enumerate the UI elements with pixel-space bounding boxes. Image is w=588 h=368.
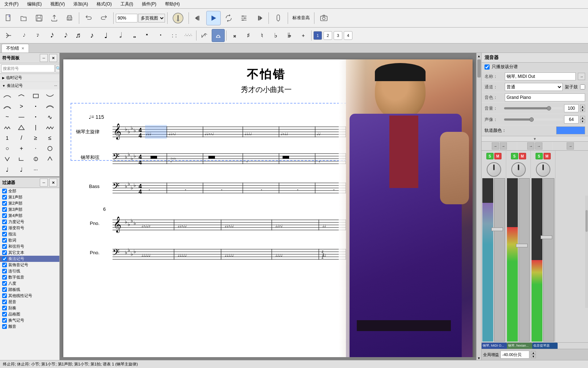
filter-hairpin[interactable]: 渐变符号 [0, 225, 59, 231]
filter-articulation[interactable]: 奏法记号 [0, 256, 59, 262]
redo-btn[interactable] [97, 11, 111, 25]
sym-quarter2[interactable]: ♩ [16, 164, 27, 175]
global-gain-input[interactable] [500, 351, 529, 359]
gain-down[interactable]: ▼ [531, 355, 536, 358]
64th-note-btn[interactable]: 𝅘𝅥𝅯 [44, 29, 57, 42]
page-num-4[interactable]: 4 [344, 31, 352, 40]
sym-stress-above[interactable] [30, 91, 42, 101]
page-num-1[interactable]: 1 [313, 31, 322, 40]
ch2-arrow-out[interactable]: → [535, 142, 542, 150]
articulation-btn[interactable] [212, 29, 225, 42]
sym-staccato[interactable]: · [30, 101, 42, 112]
loop-btn[interactable] [221, 11, 236, 25]
sym-down-bow[interactable] [1, 154, 13, 164]
page-num-2[interactable]: 2 [323, 31, 332, 40]
filter-panel-minimize[interactable]: ─ [40, 179, 48, 187]
grace-note-btn[interactable]: 𝅘𝅥𝅮 [17, 29, 30, 42]
scroll-thumb[interactable] [477, 59, 481, 78]
filter-slur[interactable]: 连引线 [0, 268, 59, 274]
mixer-expand-handle[interactable]: ▼ [482, 136, 588, 142]
sym-up-bow[interactable] [44, 154, 56, 164]
sym-tilde[interactable]: ~ [1, 112, 13, 122]
ch1-arrow-out[interactable]: → [500, 142, 507, 150]
ch2-s-btn[interactable]: S [511, 153, 518, 159]
tab-close-btn[interactable]: ✕ [21, 46, 24, 50]
sym-bar[interactable]: | [30, 122, 42, 133]
menu-plugins[interactable]: 插件(P) [140, 0, 158, 8]
print-btn[interactable] [62, 11, 77, 25]
symbol-panel-minimize[interactable]: ─ [40, 54, 48, 62]
ch2-fader-track[interactable] [519, 178, 530, 342]
new-btn[interactable] [1, 11, 16, 25]
input-mode-btn[interactable] [1, 29, 16, 42]
menu-view[interactable]: 视图(V) [48, 0, 67, 8]
sym-circle2[interactable] [30, 154, 42, 164]
sym-quarter-note[interactable]: ♩ [1, 164, 13, 175]
natural-btn[interactable]: ♮ [255, 29, 268, 42]
ch1-fader-knob[interactable] [491, 227, 503, 231]
ch1-pan-knob[interactable] [487, 162, 501, 177]
upload-btn[interactable] [47, 11, 62, 25]
filter-panel-close[interactable]: ✕ [49, 179, 57, 187]
filter-voice1[interactable]: 第1声部 [0, 194, 59, 200]
menu-format[interactable]: 格式(O) [94, 0, 114, 8]
filter-gliss[interactable]: 刮奏 [0, 305, 59, 311]
rewind-btn[interactable] [191, 11, 206, 25]
ch1-s-btn[interactable]: S [486, 153, 494, 159]
sym-corner[interactable] [16, 154, 27, 164]
filter-fingering[interactable]: 指法 [0, 231, 59, 237]
sym-dot3[interactable]: · [30, 143, 42, 154]
sym-triangle[interactable] [16, 122, 27, 133]
ch3-fader-knob[interactable] [541, 235, 552, 239]
articulation-header[interactable]: ▼ 奏法记号 ··· [0, 82, 59, 89]
undo-btn[interactable] [81, 11, 96, 25]
volume-down[interactable]: ▼ [580, 108, 585, 112]
volume-slider[interactable] [504, 107, 563, 109]
filter-breath[interactable]: 换气记号 [0, 317, 59, 323]
sym-tenuto[interactable] [44, 101, 56, 112]
32nd-note-btn[interactable]: 𝅘𝅥𝅮 [58, 29, 71, 42]
tab-score[interactable]: 不怕错 ✕ [1, 44, 29, 53]
filter-fretboard[interactable]: 品格图 [0, 311, 59, 317]
beam-btn[interactable] [198, 29, 211, 42]
quarter-sharp-btn[interactable]: + [297, 29, 310, 42]
mixer-name-input[interactable] [505, 72, 576, 80]
menu-add[interactable]: 添加(A) [71, 0, 90, 8]
filter-chord[interactable]: 和弦符号 [0, 243, 59, 250]
sym-circle[interactable]: ○ [1, 143, 13, 154]
filter-lyrics[interactable]: 歌词 [0, 237, 59, 243]
sym-open-harm[interactable] [44, 143, 56, 154]
double-dot-btn[interactable]: : : [168, 29, 181, 42]
sym-trill2[interactable] [44, 122, 56, 133]
mixer-name-arrow[interactable]: → [578, 73, 585, 80]
ch3-s-btn[interactable]: S [536, 153, 543, 159]
save-btn[interactable] [32, 11, 46, 25]
ch3-arrow-out[interactable]: → [567, 142, 574, 150]
sym-dot2[interactable]: · [30, 112, 42, 122]
pan-up[interactable]: ▲ [580, 116, 585, 120]
filter-voice3[interactable]: 第3声部 [0, 206, 59, 213]
mixer-sound-input[interactable] [505, 93, 585, 101]
symbol-search-btn[interactable]: 🔍 [55, 64, 60, 72]
sym-le[interactable]: ≤ [44, 133, 56, 143]
sym-num1[interactable]: 1 [1, 133, 13, 143]
mixer-toggle-btn[interactable] [237, 11, 251, 25]
sym-trill-above[interactable] [1, 122, 13, 133]
ch3-m-btn[interactable]: M [543, 153, 551, 159]
camera-btn[interactable] [317, 11, 331, 25]
accidental-x-btn[interactable]: 𝄪 [228, 29, 241, 42]
ch3-fader-track[interactable] [543, 178, 555, 342]
eighth-note-btn[interactable]: ♪ [85, 29, 98, 42]
filter-voice2[interactable]: 第2声部 [0, 200, 59, 206]
ch3-tab[interactable]: 低音提琴器 [532, 343, 558, 349]
sym-slur2-above[interactable] [1, 101, 13, 112]
symbol-panel-close[interactable]: ✕ [49, 54, 57, 62]
ch2-arrow-in[interactable]: → [527, 142, 534, 150]
double-flat-btn[interactable]: 𝄫 [283, 29, 296, 42]
menu-help[interactable]: 帮助(H) [163, 0, 182, 8]
mixer-channel-select[interactable]: 普通 [505, 83, 563, 91]
mixer-volume-value[interactable] [564, 104, 579, 112]
temp-accidentals-header[interactable]: ▶ 临时记号 [0, 74, 59, 81]
dot-btn[interactable]: · [154, 29, 167, 42]
triple-dot-btn[interactable]: ∴∴∴ [182, 29, 195, 42]
